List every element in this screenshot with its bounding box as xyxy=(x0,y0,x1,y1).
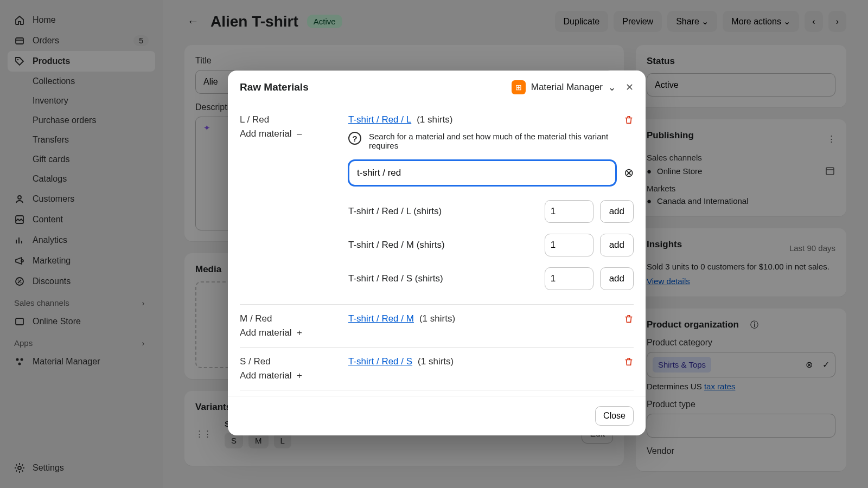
chevron-down-icon[interactable]: ⌄ xyxy=(608,82,616,93)
quantity-input[interactable] xyxy=(545,234,593,256)
search-result-row: T-shirt / Red / M (shirts)add xyxy=(348,228,634,262)
result-label: T-shirt / Red / M (shirts) xyxy=(348,240,445,251)
search-result-row: T-shirt / Red / L (shirts)add xyxy=(348,195,634,228)
variant-name: L / Red xyxy=(240,114,348,125)
result-label: T-shirt / Red / L (shirts) xyxy=(348,206,442,217)
trash-icon[interactable] xyxy=(624,357,634,367)
variant-name: M / Red xyxy=(240,313,348,324)
variant-name: S / Red xyxy=(240,356,348,367)
variant-block: L / RedAdd material –T-shirt / Red / L (… xyxy=(240,106,634,305)
material-row: T-shirt / Red / L (1 shirts) xyxy=(348,114,634,125)
close-icon[interactable]: ✕ xyxy=(626,81,634,93)
material-link[interactable]: T-shirt / Red / M xyxy=(348,313,414,324)
material-link[interactable]: T-shirt / Red / L xyxy=(348,114,411,125)
material-search-input[interactable] xyxy=(348,160,616,186)
trash-icon[interactable] xyxy=(624,314,634,324)
raw-materials-modal: Raw Materials ⊞ Material Manager ⌄ ✕ L /… xyxy=(228,70,646,435)
add-material-toggle[interactable]: Add material + xyxy=(240,370,348,381)
clear-search-icon[interactable]: ⊗ xyxy=(624,166,634,180)
add-material-toggle[interactable]: Add material – xyxy=(240,129,348,139)
quantity-input[interactable] xyxy=(545,200,593,223)
material-manager-icon: ⊞ xyxy=(512,80,526,94)
add-button[interactable]: add xyxy=(600,234,634,256)
material-link[interactable]: T-shirt / Red / S xyxy=(348,356,412,367)
add-material-toggle[interactable]: Add material + xyxy=(240,328,348,338)
quantity-input[interactable] xyxy=(545,267,593,290)
add-button[interactable]: add xyxy=(600,267,634,290)
material-row: T-shirt / Red / S (1 shirts) xyxy=(348,356,634,367)
close-button[interactable]: Close xyxy=(595,406,634,426)
result-label: T-shirt / Red / S (shirts) xyxy=(348,273,443,284)
variant-block: S / RedAdd material +T-shirt / Red / S (… xyxy=(240,348,634,390)
help-text: Search for a material and set how much o… xyxy=(369,132,634,150)
modal-title: Raw Materials xyxy=(240,81,309,93)
help-icon: ? xyxy=(348,132,361,145)
search-result-row: T-shirt / Red / S (shirts)add xyxy=(348,262,634,296)
trash-icon[interactable] xyxy=(624,115,634,125)
material-row: T-shirt / Red / M (1 shirts) xyxy=(348,313,634,324)
add-button[interactable]: add xyxy=(600,200,634,223)
variant-block: M / RedAdd material +T-shirt / Red / M (… xyxy=(240,305,634,348)
